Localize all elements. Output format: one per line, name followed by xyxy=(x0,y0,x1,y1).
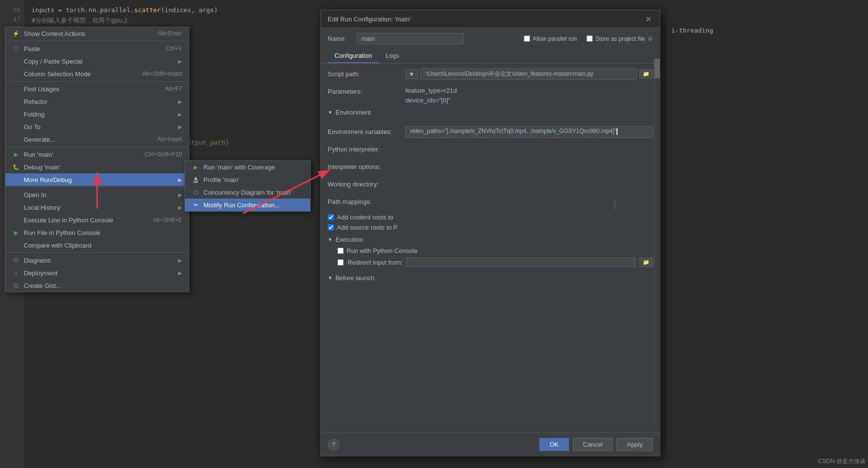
menu-find-usages[interactable]: Find Usages Alt+F7 xyxy=(5,83,189,95)
context-menu[interactable]: ⚡ Show Context Actions Alt+Enter □ Paste… xyxy=(5,27,189,292)
apply-button[interactable]: Apply xyxy=(617,438,653,451)
store-as-project-checkbox-item[interactable]: Store as project file ⚙ xyxy=(586,35,653,42)
submenu-arrow-open: ▶ xyxy=(178,192,182,198)
run-python-console-checkbox[interactable] xyxy=(337,248,344,254)
environment-header[interactable]: ▼ Environment xyxy=(328,109,371,116)
more-run-icon xyxy=(12,176,20,184)
menu-generate[interactable]: Generate... Alt+Insert xyxy=(5,133,189,146)
env-arrow: ▼ xyxy=(328,110,333,115)
menu-diagrams[interactable]: ⬡ Diagrams ▶ xyxy=(5,254,189,267)
interpreter-options-row: Interpreter options: xyxy=(328,161,653,175)
edit-run-configuration-dialog[interactable]: Edit Run Configuration: 'main' ✕ Name: A… xyxy=(320,10,660,456)
profile-icon: 🔬 xyxy=(192,176,200,184)
copy-icon xyxy=(12,57,20,65)
redirect-browse-btn[interactable]: 📁 xyxy=(639,258,653,267)
path-mappings-label: Path mappings: xyxy=(328,196,405,205)
menu-run-file[interactable]: ▶ Run File in Python Console xyxy=(5,226,189,239)
submenu-arrow-diagrams: ▶ xyxy=(178,258,182,263)
cancel-button[interactable]: Cancel xyxy=(573,438,613,451)
redirect-input-row: Redirect input from: 📁 xyxy=(337,257,653,267)
tab-logs[interactable]: Logs xyxy=(379,49,406,63)
execution-section: ▼ Execution Run with Python Console Redi… xyxy=(328,236,653,267)
menu-column-selection[interactable]: Column Selection Mode Alt+Shift+Insert xyxy=(5,67,189,80)
script-path-value-row: ▼ :\Users\Lenovo\Desktop\毕业论文\video_feat… xyxy=(405,68,653,80)
refactor-icon xyxy=(12,98,20,105)
gist-icon: ⬡ xyxy=(12,282,20,289)
dialog-body: Script path: ▼ :\Users\Lenovo\Desktop\毕业… xyxy=(321,64,660,288)
submenu-arrow-copy: ▶ xyxy=(178,59,182,64)
run-file-icon: ▶ xyxy=(12,229,20,236)
menu-execute-line[interactable]: Execute Line in Python Console Alt+Shift… xyxy=(5,214,189,226)
store-as-project-checkbox[interactable] xyxy=(586,35,593,42)
open-in-icon xyxy=(12,191,20,199)
menu-debug-main[interactable]: 🐛 Debug 'main' xyxy=(5,161,189,173)
submenu-arrow-history: ▶ xyxy=(178,205,182,210)
menu-refactor[interactable]: Refactor ▶ xyxy=(5,95,189,108)
watermark: CSDN @是大侠谈 xyxy=(818,457,866,466)
checkbox-group: Allow parallel run Store as project file… xyxy=(524,35,653,42)
run-coverage-icon: ▶ xyxy=(192,163,200,171)
submenu-run-coverage[interactable]: ▶ Run 'main' with Coverage xyxy=(185,161,310,173)
dialog-scrollbar[interactable] xyxy=(654,59,660,427)
menu-separator-3 xyxy=(5,147,189,147)
menu-open-in[interactable]: Open In ▶ xyxy=(5,188,189,201)
before-launch-header[interactable]: ▼ Before launch xyxy=(328,274,653,282)
add-content-roots-checkbox[interactable] xyxy=(328,214,334,220)
run-python-console-row: Run with Python Console xyxy=(337,247,653,254)
name-input[interactable] xyxy=(357,33,464,44)
menu-goto[interactable]: Go To ▶ xyxy=(5,120,189,133)
name-label: Name: xyxy=(328,35,352,42)
menu-deployment[interactable]: ↑ Deployment ▶ xyxy=(5,267,189,279)
menu-copy-paste-special[interactable]: Copy / Paste Special ▶ xyxy=(5,55,189,67)
concurrency-icon: ⬡ xyxy=(192,188,200,196)
menu-compare-clipboard[interactable]: Compare with Clipboard xyxy=(5,239,189,251)
menu-local-history[interactable]: Local History ▶ xyxy=(5,201,189,214)
allow-parallel-checkbox[interactable] xyxy=(524,35,530,42)
redirect-input-checkbox[interactable] xyxy=(337,259,344,266)
compare-icon xyxy=(12,241,20,249)
tab-configuration[interactable]: Configuration xyxy=(328,49,379,63)
redirect-input-field[interactable] xyxy=(406,257,635,267)
environment-section-header[interactable]: ▼ Environment xyxy=(328,109,653,122)
submenu-arrow-more: ▶ xyxy=(178,177,182,183)
execution-arrow: ▼ xyxy=(328,237,333,242)
menu-folding[interactable]: Folding ▶ xyxy=(5,108,189,120)
submenu-more-run-debug[interactable]: ▶ Run 'main' with Coverage 🔬 Profile 'ma… xyxy=(184,160,311,212)
help-button[interactable]: ? xyxy=(328,439,339,451)
execution-header[interactable]: ▼ Execution xyxy=(328,236,653,243)
submenu-profile[interactable]: 🔬 Profile 'main' xyxy=(185,173,310,186)
submenu-modify-run-config[interactable]: ✏ Modify Run Configuration... xyxy=(185,199,310,211)
folding-icon xyxy=(12,110,20,118)
menu-separator-4 xyxy=(5,187,189,187)
diagrams-icon: ⬡ xyxy=(12,256,20,264)
before-launch-section: ▼ Before launch xyxy=(328,274,653,282)
script-path-dropdown[interactable]: ▼ xyxy=(405,69,418,79)
menu-create-gist[interactable]: ⬡ Create Gist... xyxy=(5,279,189,292)
menu-more-run-debug[interactable]: More Run/Debug ▶ xyxy=(5,173,189,186)
submenu-concurrency[interactable]: ⬡ Concurrency Diagram for 'main' xyxy=(185,186,310,199)
parameters-value: feature_type=r21d device_ids="[0]" xyxy=(405,86,457,105)
store-gear-icon: ⚙ xyxy=(648,35,653,42)
deployment-icon: ↑ xyxy=(12,269,20,277)
dialog-footer: ? OK Cancel Apply xyxy=(321,433,660,456)
working-directory-label: Working directory: xyxy=(328,179,405,188)
execute-icon xyxy=(12,216,20,224)
close-button[interactable]: ✕ xyxy=(643,14,653,24)
dialog-tabs: Configuration Logs xyxy=(321,49,660,64)
run-icon: ▶ xyxy=(12,150,20,158)
menu-run-main[interactable]: ▶ Run 'main' Ctrl+Shift+F10 xyxy=(5,148,189,161)
allow-parallel-checkbox-item[interactable]: Allow parallel run xyxy=(524,35,577,42)
menu-separator-1 xyxy=(5,41,189,41)
text-cursor xyxy=(617,128,618,135)
ok-button[interactable]: OK xyxy=(539,438,569,451)
menu-paste[interactable]: □ Paste Ctrl+V xyxy=(5,42,189,55)
script-path-browse[interactable]: 📁 xyxy=(639,69,653,79)
menu-show-context[interactable]: ⚡ Show Context Actions Alt+Enter xyxy=(5,27,189,40)
scrollbar-thumb[interactable] xyxy=(654,59,660,78)
add-source-roots-checkbox[interactable] xyxy=(328,224,334,231)
env-vars-field[interactable]: video_paths="[./sample/v_ZNVhzTctTq0.mp4… xyxy=(405,126,653,138)
paste-icon: □ xyxy=(12,45,20,52)
goto-icon xyxy=(12,123,20,131)
dialog-title: Edit Run Configuration: 'main' xyxy=(328,16,411,23)
debug-icon: 🐛 xyxy=(12,163,20,171)
